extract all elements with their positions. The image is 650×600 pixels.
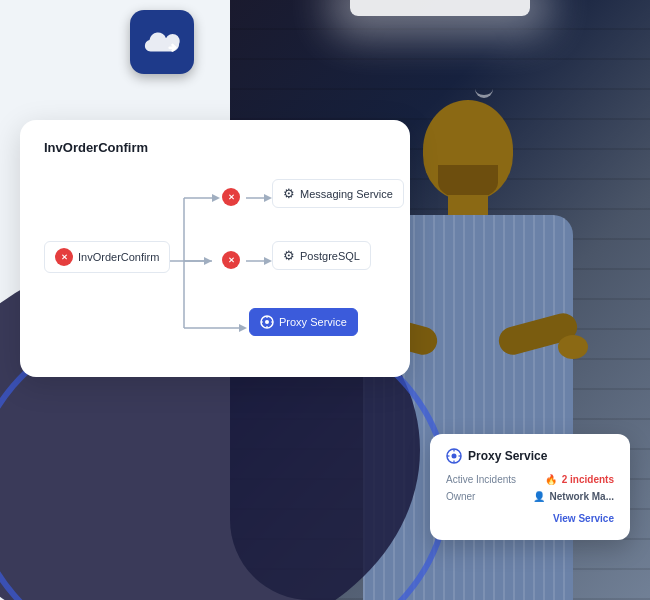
flow-card-title: InvOrderConfirm (44, 140, 386, 155)
popup-card-title: Proxy Service (468, 449, 547, 463)
postgresql-node[interactable]: ⚙ PostgreSQL (272, 241, 371, 270)
ceiling-light (350, 0, 530, 16)
postgresql-label: PostgreSQL (300, 250, 360, 262)
error-badge-2: ✕ (222, 251, 240, 269)
messaging-service-label: Messaging Service (300, 188, 393, 200)
source-node: InvOrderConfirm (44, 241, 170, 273)
popup-card-header: Proxy Service (446, 448, 614, 464)
svg-marker-8 (239, 324, 247, 332)
popup-card: Proxy Service Active Incidents 🔥 2 incid… (430, 434, 630, 540)
cloud-icon-box (130, 10, 194, 74)
person-icon: 👤 (533, 491, 545, 502)
error-badge-1: ✕ (222, 188, 240, 206)
messaging-gear-icon: ⚙ (283, 186, 295, 201)
popup-incidents-row: Active Incidents 🔥 2 incidents (446, 474, 614, 485)
fire-icon: 🔥 (545, 474, 557, 485)
svg-marker-5 (212, 194, 220, 202)
svg-point-20 (452, 454, 457, 459)
proxy-service-node[interactable]: Proxy Service (249, 308, 358, 336)
messaging-service-node[interactable]: ⚙ Messaging Service (272, 179, 404, 208)
popup-owner-row: Owner 👤 Network Ma... (446, 491, 614, 502)
flow-diagram: InvOrderConfirm ✕ ✕ ⚙ Messaging Service … (44, 173, 386, 353)
svg-marker-10 (264, 194, 272, 202)
postgresql-gear-icon: ⚙ (283, 248, 295, 263)
incidents-value: 🔥 2 incidents (545, 474, 614, 485)
incidents-label: Active Incidents (446, 474, 516, 485)
svg-point-14 (265, 320, 269, 324)
popup-link-container: View Service (446, 508, 614, 526)
proxy-icon (260, 315, 274, 329)
source-node-label: InvOrderConfirm (78, 251, 159, 263)
proxy-service-label: Proxy Service (279, 316, 347, 328)
popup-proxy-icon (446, 448, 462, 464)
owner-label: Owner (446, 491, 475, 502)
svg-marker-12 (264, 257, 272, 265)
owner-value: 👤 Network Ma... (533, 491, 614, 502)
svg-marker-1 (204, 257, 212, 265)
cloud-upload-icon (143, 23, 181, 61)
source-error-badge (55, 248, 73, 266)
view-service-link[interactable]: View Service (553, 513, 614, 524)
flow-diagram-card: InvOrderConfirm (20, 120, 410, 377)
